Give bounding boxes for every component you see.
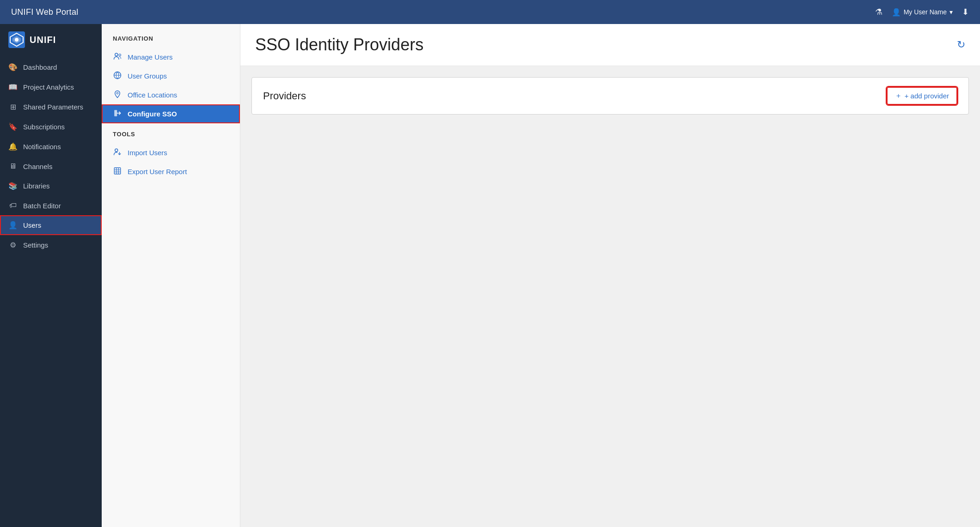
- manage-users-icon: [113, 52, 122, 62]
- refresh-icon[interactable]: ↻: [957, 39, 965, 51]
- sidebar-label-project-analytics: Project Analytics: [23, 83, 74, 91]
- sidebar-label-users: Users: [23, 221, 41, 229]
- sidebar-item-shared-parameters[interactable]: ⊞ Shared Parameters: [0, 97, 102, 117]
- notifications-icon: 🔔: [8, 142, 18, 151]
- subnav-label-user-groups: User Groups: [128, 72, 167, 80]
- page-title: SSO Identity Providers: [255, 35, 423, 55]
- import-users-icon: [113, 148, 122, 157]
- svg-rect-8: [114, 110, 117, 116]
- sidebar-label-libraries: Libraries: [23, 182, 50, 190]
- channels-icon: 🖥: [8, 162, 18, 170]
- sidebar-item-libraries[interactable]: 📚 Libraries: [0, 176, 102, 196]
- sidebar-label-channels: Channels: [23, 163, 52, 170]
- chevron-down-icon: ▾: [949, 8, 953, 16]
- svg-point-7: [116, 92, 118, 94]
- content-header: SSO Identity Providers ↻: [240, 24, 980, 66]
- sidebar-label-shared-parameters: Shared Parameters: [23, 103, 83, 111]
- settings-icon: ⚙: [8, 241, 18, 249]
- header-right: ⚗ 👤 My User Name ▾ ⬇: [875, 7, 969, 17]
- subscriptions-icon: 🔖: [8, 122, 18, 131]
- subnav-item-user-groups[interactable]: User Groups: [102, 67, 240, 85]
- main-content: SSO Identity Providers ↻ Providers ＋ + a…: [240, 24, 980, 527]
- subnav-item-export-user-report[interactable]: Export User Report: [102, 162, 240, 181]
- sidebar-item-subscriptions[interactable]: 🔖 Subscriptions: [0, 117, 102, 137]
- sidebar-item-batch-editor[interactable]: 🏷 Batch Editor: [0, 196, 102, 215]
- flask-icon[interactable]: ⚗: [875, 7, 882, 17]
- subnav: NAVIGATION Manage Users User Groups: [102, 24, 240, 527]
- providers-card: Providers ＋ + add provider: [251, 77, 969, 115]
- sidebar: UNIFI 🎨 Dashboard 📖 Project Analytics ⊞ …: [0, 24, 102, 527]
- libraries-icon: 📚: [8, 182, 18, 190]
- users-icon: 👤: [8, 221, 18, 230]
- add-provider-icon: ＋: [895, 91, 902, 100]
- providers-label: Providers: [263, 90, 306, 102]
- subnav-item-manage-users[interactable]: Manage Users: [102, 48, 240, 67]
- subnav-label-import-users: Import Users: [128, 149, 167, 157]
- add-provider-label: + add provider: [905, 92, 949, 100]
- sidebar-item-project-analytics[interactable]: 📖 Project Analytics: [0, 77, 102, 97]
- export-user-report-icon: [113, 167, 122, 176]
- subnav-label-export-user-report: Export User Report: [128, 168, 187, 176]
- sidebar-logo: UNIFI: [0, 31, 102, 57]
- portal-title: UNIFI Web Portal: [11, 7, 79, 17]
- sidebar-label-settings: Settings: [23, 241, 48, 249]
- subnav-item-office-locations[interactable]: Office Locations: [102, 85, 240, 104]
- sidebar-item-settings[interactable]: ⚙ Settings: [0, 235, 102, 255]
- dashboard-icon: 🎨: [8, 63, 18, 72]
- sidebar-item-channels[interactable]: 🖥 Channels: [0, 157, 102, 176]
- top-header: UNIFI Web Portal ⚗ 👤 My User Name ▾ ⬇: [0, 0, 980, 24]
- svg-point-3: [15, 38, 18, 42]
- tools-section-title: TOOLS: [102, 131, 240, 143]
- user-groups-icon: [113, 71, 122, 81]
- sidebar-label-batch-editor: Batch Editor: [23, 202, 61, 210]
- configure-sso-icon: [113, 109, 122, 119]
- subnav-label-manage-users: Manage Users: [128, 53, 173, 61]
- shared-parameters-icon: ⊞: [8, 103, 18, 111]
- subnav-item-import-users[interactable]: Import Users: [102, 143, 240, 162]
- download-icon[interactable]: ⬇: [962, 7, 969, 17]
- sidebar-label-notifications: Notifications: [23, 143, 61, 151]
- svg-point-9: [115, 149, 118, 151]
- batch-editor-icon: 🏷: [8, 201, 18, 210]
- sidebar-item-users[interactable]: 👤 Users: [0, 215, 102, 235]
- sidebar-logo-text: UNIFI: [30, 35, 56, 45]
- subnav-label-office-locations: Office Locations: [128, 91, 177, 99]
- sidebar-label-dashboard: Dashboard: [23, 63, 57, 71]
- svg-point-4: [115, 53, 118, 56]
- office-locations-icon: [113, 90, 122, 100]
- project-analytics-icon: 📖: [8, 83, 18, 91]
- subnav-item-configure-sso[interactable]: Configure SSO: [102, 104, 240, 123]
- subnav-label-configure-sso: Configure SSO: [128, 110, 177, 118]
- sidebar-item-dashboard[interactable]: 🎨 Dashboard: [0, 57, 102, 77]
- svg-rect-11: [114, 168, 121, 174]
- content-body: Providers ＋ + add provider: [240, 66, 980, 527]
- add-provider-button[interactable]: ＋ + add provider: [887, 87, 957, 105]
- sidebar-item-notifications[interactable]: 🔔 Notifications: [0, 137, 102, 157]
- main-layout: UNIFI 🎨 Dashboard 📖 Project Analytics ⊞ …: [0, 24, 980, 527]
- subnav-divider: [102, 123, 240, 131]
- unifi-logo-icon: [8, 31, 25, 48]
- user-menu[interactable]: 👤 My User Name ▾: [892, 8, 953, 17]
- user-icon: 👤: [892, 8, 901, 17]
- user-name-label: My User Name: [904, 8, 947, 16]
- navigation-section-title: NAVIGATION: [102, 35, 240, 48]
- svg-point-5: [119, 54, 121, 56]
- sidebar-label-subscriptions: Subscriptions: [23, 123, 65, 131]
